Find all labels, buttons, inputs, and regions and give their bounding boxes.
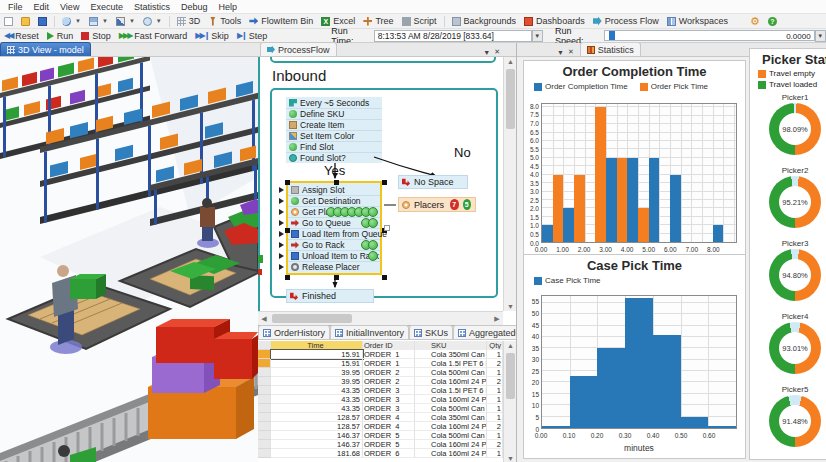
processflow-horizontal-scrollbar[interactable]: ◀ ▶ — [258, 311, 503, 325]
table-row[interactable]: 43.35ORDER_3Cola 1.5l PET 6 Pack1 — [258, 386, 503, 395]
widget-picker-state[interactable]: Picker State Travel emptyTravel loadedId… — [749, 48, 826, 460]
run-button[interactable]: Run — [43, 30, 78, 42]
toolbar-button-3d[interactable]: 3D — [173, 15, 205, 27]
table-row[interactable]: 181.68ORDER_6Cola 160ml 24 Pack1 — [258, 449, 503, 458]
cell-order-id[interactable]: ORDER_5 — [363, 440, 415, 449]
zoom-tool-button[interactable]: ▼ — [58, 16, 85, 27]
toolbar-button-tools[interactable]: Tools — [204, 15, 245, 27]
menu-view[interactable]: View — [55, 1, 84, 13]
cell-order-id[interactable]: ORDER_3 — [363, 386, 415, 395]
cell-qty[interactable]: 1 — [487, 350, 503, 359]
toolbar-button-process-flow[interactable]: Process Flow — [589, 15, 663, 27]
table-row[interactable]: 39.95ORDER_2Cola 160ml 24 Pack2 — [258, 377, 503, 386]
cell-time[interactable]: 128.57 — [271, 422, 363, 431]
cell-time[interactable]: 181.68 — [271, 449, 363, 458]
cell-sku[interactable]: Cola 160ml 24 Pack — [415, 440, 487, 449]
menu-file[interactable]: File — [3, 1, 28, 13]
process-flow-canvas[interactable]: Inbound Every ~5 SecondsDefine SKUCreate… — [258, 57, 503, 311]
reset-button[interactable]: ◀◀Reset — [0, 30, 43, 42]
cell-qty[interactable]: 2 — [487, 440, 503, 449]
scroll-left-icon[interactable]: ◀ — [259, 315, 269, 323]
tab-statistics[interactable]: Statistics — [580, 43, 641, 56]
fast-forward-button[interactable]: ▶▶▶Fast Forward — [115, 30, 191, 42]
cell-sku[interactable]: Cola 160ml 24 Pack — [415, 449, 487, 458]
toolbar-button-backgrounds[interactable]: Backgrounds — [448, 15, 521, 27]
new-model-button[interactable] — [0, 16, 17, 27]
tab-3d-view[interactable]: 3D View - model — [0, 42, 91, 56]
table-row[interactable]: 15.91ORDER_1Cola 350ml Can 24 Pack1 — [258, 350, 503, 359]
run-time-field[interactable]: 8:13:53 AM 8/28/2019 [833.64] — [374, 30, 532, 42]
skip-button[interactable]: ▶▶❙Skip — [191, 30, 233, 42]
cell-sku[interactable]: Cola 160ml 24 Pack — [415, 422, 487, 431]
column-header-sku[interactable]: SKU — [415, 341, 487, 350]
finished-sink[interactable]: Finished — [286, 289, 374, 303]
cell-qty[interactable]: 2 — [487, 359, 503, 368]
column-header-order-id[interactable]: Order ID — [363, 341, 415, 350]
cell-time[interactable]: 43.35 — [271, 404, 363, 413]
cell-time[interactable]: 128.57 — [271, 413, 363, 422]
table-row[interactable]: 39.95ORDER_2Cola 500ml Can 16 Pack1 — [258, 368, 503, 377]
cell-order-id[interactable]: ORDER_6 — [363, 449, 415, 458]
connect-tool-button[interactable]: ▼ — [139, 16, 166, 27]
menu-edit[interactable]: Edit — [29, 1, 55, 13]
cell-qty[interactable]: 1 — [487, 404, 503, 413]
tab-processflow[interactable]: ProcessFlow — [260, 42, 337, 56]
cell-time[interactable]: 43.35 — [271, 386, 363, 395]
cell-sku[interactable]: Cola 500ml Can 16 Pack — [415, 368, 487, 377]
cell-sku[interactable]: Cola 1.5l PET 6 Pack — [415, 359, 487, 368]
close-icon[interactable]: ✕ — [492, 48, 502, 56]
cell-sku[interactable]: Cola 160ml 24 Pack — [415, 377, 487, 386]
column-header-time[interactable]: Time — [271, 341, 363, 350]
cell-sku[interactable]: Cola 160ml 24 Pack — [415, 395, 487, 404]
cell-sku[interactable]: Cola 500ml Can 16 Pack — [415, 404, 487, 413]
cell-order-id[interactable]: ORDER_2 — [363, 368, 415, 377]
placers-resource[interactable]: Placers 7 5 — [398, 197, 476, 212]
cell-time[interactable]: 43.35 — [271, 395, 363, 404]
pane-menu-button[interactable]: ▼ — [481, 49, 492, 56]
menu-execute[interactable]: Execute — [85, 1, 128, 13]
cell-time[interactable]: 39.95 — [271, 377, 363, 386]
table-row[interactable]: 43.35ORDER_3Cola 160ml 24 Pack1 — [258, 395, 503, 404]
table-row[interactable]: 128.57ORDER_4Cola 160ml 24 Pack2 — [258, 422, 503, 431]
table-row[interactable]: 43.35ORDER_3Cola 500ml Can 16 Pack1 — [258, 404, 503, 413]
cell-order-id[interactable]: ORDER_3 — [363, 395, 415, 404]
run-time-dropdown[interactable]: ▼ — [532, 30, 543, 42]
cell-sku[interactable]: Cola 350ml Can 24 Pack — [415, 350, 487, 359]
table-row[interactable]: 128.57ORDER_4Cola 350ml Can 24 Pack1 — [258, 413, 503, 422]
table-row[interactable]: 146.37ORDER_5Cola 500ml Can 16 Pack1 — [258, 431, 503, 440]
save-model-button[interactable] — [34, 16, 51, 27]
cell-order-id[interactable]: ORDER_4 — [363, 422, 415, 431]
cell-time[interactable]: 146.37 — [271, 431, 363, 440]
cell-time[interactable]: 15.91 — [271, 359, 363, 368]
widget-case-pick-time[interactable]: Case Pick Time Case Pick Time minutes 05… — [523, 254, 746, 459]
color-tool-button[interactable]: ▼ — [112, 16, 139, 27]
cell-sku[interactable]: Cola 350ml Can 24 Pack — [415, 413, 487, 422]
help-button[interactable]: ? — [764, 16, 781, 27]
pane-menu-button[interactable]: ▼ — [555, 49, 566, 56]
cell-order-id[interactable]: ORDER_4 — [363, 413, 415, 422]
tab-initialinventory[interactable]: InitialInventory — [330, 325, 409, 339]
table-vertical-scrollbar[interactable]: ▲ ▼ — [503, 341, 516, 462]
processflow-vertical-scrollbar[interactable]: ▲ ▼ — [503, 57, 516, 311]
close-icon[interactable]: ✕ — [566, 48, 576, 56]
cell-sku[interactable]: Cola 500ml Can 16 Pack — [415, 431, 487, 440]
order-history-grid[interactable]: TimeOrder IDSKUQty15.91ORDER_1Cola 350ml… — [258, 341, 503, 462]
no-space-sink[interactable]: No Space — [398, 175, 468, 189]
table-row[interactable]: 15.91ORDER_1Cola 1.5l PET 6 Pack2 — [258, 359, 503, 368]
run-speed-slider[interactable]: 0.0000 — [604, 30, 815, 41]
run-speed-dropdown[interactable]: ▼ — [815, 30, 826, 42]
cell-order-id[interactable]: ORDER_3 — [363, 404, 415, 413]
toolbar-button-workspaces[interactable]: Workspaces — [663, 15, 732, 27]
3d-scene[interactable] — [0, 57, 258, 462]
settings-button[interactable]: ⚙ — [746, 16, 764, 27]
cell-qty[interactable]: 1 — [487, 368, 503, 377]
cell-order-id[interactable]: ORDER_5 — [363, 431, 415, 440]
cell-time[interactable]: 15.91 — [271, 350, 363, 359]
cell-qty[interactable]: 1 — [487, 431, 503, 440]
cell-time[interactable]: 39.95 — [271, 368, 363, 377]
table-row[interactable]: 146.37ORDER_5Cola 160ml 24 Pack2 — [258, 440, 503, 449]
cell-qty[interactable]: 2 — [487, 422, 503, 431]
cell-time[interactable]: 146.37 — [271, 440, 363, 449]
menu-debug[interactable]: Debug — [176, 1, 213, 13]
cell-order-id[interactable]: ORDER_1 — [363, 350, 415, 359]
